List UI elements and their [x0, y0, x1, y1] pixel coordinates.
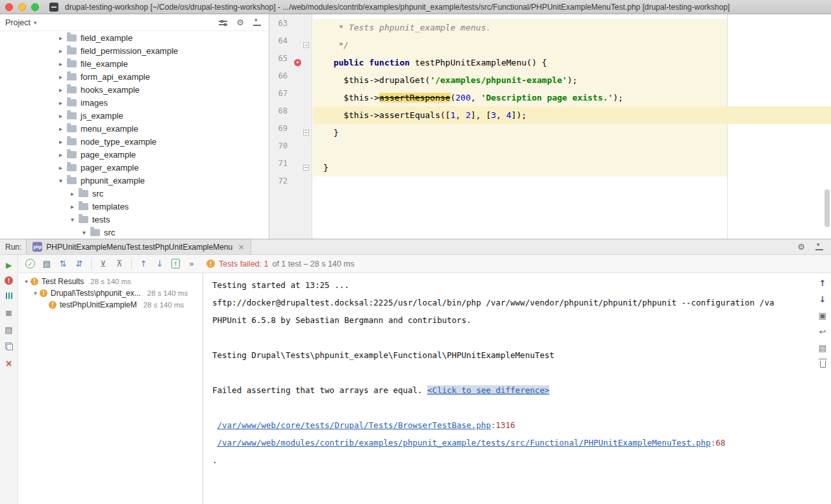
test-console[interactable]: Testing started at 13:25 ...sftp://docke… — [204, 273, 814, 504]
clear-console-icon[interactable] — [817, 359, 828, 369]
soft-wrap-icon[interactable]: ↩ — [817, 326, 828, 337]
project-tree-item[interactable]: ▸pager_example — [0, 161, 269, 174]
stop-button[interactable]: ■ — [3, 307, 15, 318]
code-line[interactable]: } — [313, 124, 338, 141]
sort-by-duration-icon[interactable]: ⇵ — [73, 258, 86, 270]
project-tree-item[interactable]: ▸menu_example — [0, 122, 269, 135]
console-side-toolbar: ↑ ↓ ▣ ↩ ▤ — [814, 273, 831, 504]
fold-marker-icon[interactable]: − — [303, 130, 309, 136]
rerun-tests-button[interactable]: ▶ — [3, 259, 15, 271]
rerun-failed-tests-button[interactable]: ! — [5, 276, 13, 285]
project-tree-item[interactable]: ▸page_example — [0, 148, 269, 161]
chevron-down-icon[interactable]: ▾ — [56, 177, 66, 184]
run-tab[interactable]: php PHPUnitExampleMenuTest.testPhpUnitEx… — [26, 239, 251, 254]
chevron-right-icon[interactable]: ▸ — [56, 125, 66, 132]
expand-all-icon[interactable]: ⊻ — [97, 258, 110, 270]
chevron-right-icon[interactable]: ▸ — [56, 151, 66, 158]
chevron-right-icon[interactable]: ▸ — [56, 73, 66, 80]
tree-item-label: form_api_example — [81, 72, 150, 82]
chevron-right-icon[interactable]: ▸ — [56, 34, 66, 42]
print-console-icon[interactable]: ▤ — [817, 342, 828, 353]
editor-lines[interactable]: 63 * Tests phpunit_example menus.64− */6… — [269, 19, 831, 194]
chevron-right-icon[interactable]: ▸ — [68, 190, 77, 197]
show-options-menu-button[interactable]: ▤ — [3, 324, 15, 335]
code-line[interactable]: $this->assertEquals([1, 2], [3, 4]); — [313, 106, 527, 124]
zoom-window-button[interactable] — [31, 3, 39, 11]
line-number: 64 — [269, 36, 288, 54]
console-line: . — [212, 451, 814, 469]
collapse-all-icon[interactable]: ⊼ — [113, 258, 126, 270]
code-line[interactable]: $this->drupalGet('/examples/phpunit-exam… — [313, 71, 577, 89]
show-test-output-icon[interactable]: ▤ — [40, 258, 53, 270]
project-tree-item[interactable]: ▸js_example — [0, 109, 269, 122]
project-tree-item[interactable]: ▸node_type_example — [0, 135, 269, 148]
project-tree-item[interactable]: ▸field_permission_example — [0, 44, 269, 57]
folder-icon — [67, 73, 77, 80]
next-failed-test-icon[interactable]: ↓ — [153, 258, 166, 270]
test-tree-item[interactable]: ▾!Drupal\Tests\phpunit_ex...28 s 140 ms — [18, 287, 203, 299]
code-line[interactable]: $this->assertResponse(200, 'Description … — [313, 89, 623, 106]
project-tree-item[interactable]: ▸hooks_example — [0, 83, 269, 96]
project-tree-item[interactable]: ▸file_example — [0, 57, 269, 70]
close-tab-icon[interactable]: × — [238, 242, 245, 252]
editor[interactable]: 63 * Tests phpunit_example menus.64− */6… — [269, 14, 831, 239]
gear-icon[interactable]: ⚙ — [236, 18, 244, 27]
chevron-right-icon[interactable]: ▸ — [56, 164, 66, 171]
chevron-down-icon[interactable]: ▾ — [68, 216, 77, 223]
code-line[interactable]: } — [313, 159, 329, 176]
close-window-button[interactable] — [5, 3, 13, 11]
fold-marker-icon[interactable]: − — [303, 42, 309, 48]
up-stack-trace-icon[interactable]: ↑ — [817, 278, 828, 288]
project-tree-item[interactable]: ▸src — [0, 187, 269, 200]
chevron-down-icon[interactable]: ▾ — [79, 229, 89, 236]
folder-icon — [67, 34, 77, 42]
editor-line: 68 $this->assertEquals([1, 2], [3, 4]); — [269, 106, 831, 124]
fold-marker-icon[interactable]: − — [303, 165, 309, 171]
console-link[interactable]: <Click to see difference> — [427, 385, 549, 395]
chevron-right-icon[interactable]: ▸ — [56, 60, 66, 67]
double-chevron-icon[interactable]: » — [185, 258, 198, 270]
show-passed-icon[interactable]: ✓ — [25, 259, 35, 269]
minimize-window-button[interactable] — [18, 3, 26, 11]
project-tree-item[interactable]: ▸field_example — [0, 31, 269, 44]
gear-icon[interactable]: ⚙ — [797, 243, 805, 251]
hide-panel-icon[interactable] — [815, 243, 823, 250]
import-test-results-icon[interactable]: ↑ — [171, 259, 180, 269]
project-tree-item[interactable]: ▸form_api_example — [0, 70, 269, 83]
project-tree-item[interactable]: ▾phpunit_example — [0, 174, 269, 187]
chevron-down-icon[interactable]: ▾ — [22, 278, 31, 285]
chevron-right-icon[interactable]: ▸ — [56, 138, 66, 145]
project-tree-item[interactable]: ▸images — [0, 96, 269, 109]
test-tree-item[interactable]: ▾!Test Results28 s 140 ms — [18, 276, 203, 287]
chevron-right-icon[interactable]: ▸ — [56, 99, 66, 106]
editor-scrollbar[interactable] — [825, 189, 830, 227]
toggle-auto-test-button[interactable] — [3, 290, 15, 302]
chevron-right-icon[interactable]: ▸ — [56, 47, 66, 54]
code-line[interactable] — [313, 141, 323, 159]
chevron-down-icon[interactable]: ▾ — [31, 290, 40, 296]
previous-failed-test-icon[interactable]: ↑ — [137, 258, 150, 270]
sort-alphabetically-icon[interactable]: ⇅ — [56, 258, 69, 270]
close-panel-button[interactable]: × — [3, 357, 15, 369]
down-stack-trace-icon[interactable]: ↓ — [817, 294, 828, 304]
line-number: 63 — [269, 19, 288, 36]
restore-layout-button[interactable] — [3, 341, 15, 352]
hide-panel-icon[interactable] — [253, 19, 261, 26]
console-link[interactable]: /var/www/web/core/tests/Drupal/Tests/Bro… — [217, 420, 491, 430]
code-line[interactable]: * Tests phpunit_example menus. — [313, 19, 491, 36]
export-console-icon[interactable]: ▣ — [817, 310, 828, 320]
chevron-right-icon[interactable]: ▸ — [68, 203, 77, 210]
project-tree-item[interactable]: ▸templates — [0, 200, 269, 213]
project-view-selector[interactable]: Project ▾ — [5, 18, 36, 27]
view-options-icon[interactable] — [219, 19, 227, 26]
code-line[interactable] — [313, 176, 323, 194]
project-tree-item[interactable]: ▾tests — [0, 213, 269, 226]
console-link[interactable]: /var/www/web/modules/contrib/examples/ph… — [217, 438, 711, 448]
chevron-right-icon[interactable]: ▸ — [56, 112, 66, 119]
project-tree-item[interactable]: ▾src — [0, 226, 269, 239]
code-line[interactable]: public function testPhpUnitExampleMenu()… — [313, 54, 547, 71]
failed-test-gutter-icon[interactable] — [294, 59, 301, 66]
test-tree-item[interactable]: !testPhpUnitExampleM28 s 140 ms — [18, 299, 203, 311]
chevron-right-icon[interactable]: ▸ — [56, 86, 66, 93]
code-line[interactable]: */ — [313, 36, 349, 54]
